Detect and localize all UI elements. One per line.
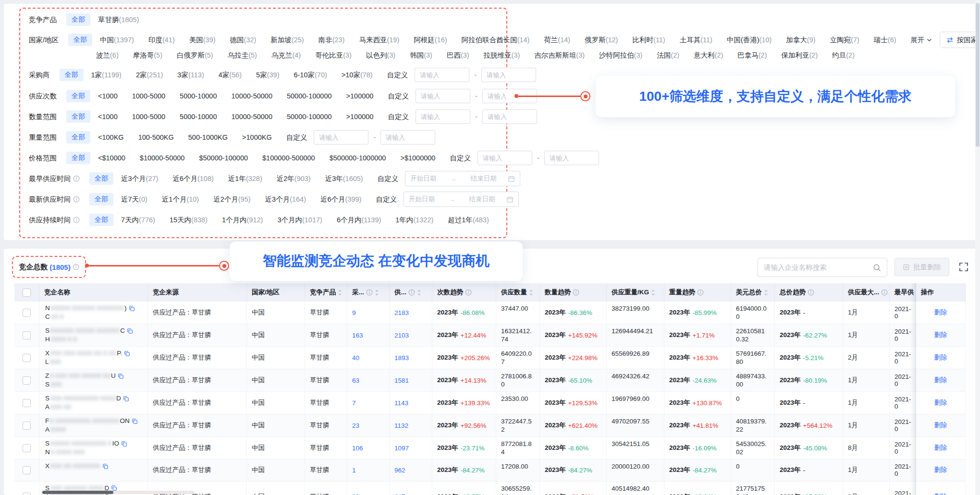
filter-option[interactable]: 拉脱维亚(3)	[484, 51, 520, 60]
buyers-count-link[interactable]: 82	[352, 493, 359, 495]
filter-option[interactable]: 比利时(11)	[632, 36, 665, 45]
select-all-checkbox[interactable]	[23, 289, 31, 297]
filter-all-chip[interactable]: 全部	[89, 214, 113, 226]
filter-option[interactable]: 韩国(3)	[410, 51, 432, 60]
sort-icon[interactable]	[651, 289, 655, 296]
filter-option[interactable]: 俄罗斯(12)	[585, 36, 618, 45]
filter-option[interactable]: >10家(78)	[342, 71, 373, 80]
filter-option[interactable]: 阿根廷(16)	[414, 36, 447, 45]
filter-option[interactable]: 哥伦比亚(3)	[315, 51, 352, 60]
filter-option[interactable]: 土耳其(11)	[680, 36, 712, 45]
filter-option[interactable]: 摩洛哥(5)	[133, 51, 162, 60]
row-checkbox[interactable]	[23, 422, 31, 430]
filter-option[interactable]: 立陶宛(7)	[830, 36, 859, 45]
supply-count-link[interactable]: 1581	[394, 377, 409, 384]
expand-toggle[interactable]: 展开	[911, 36, 932, 45]
table-header-竞争产品[interactable]: 竞争产品	[305, 283, 347, 302]
row-checkbox[interactable]	[23, 399, 31, 407]
copy-icon[interactable]	[127, 328, 133, 334]
filter-option[interactable]: 荷兰(14)	[544, 36, 570, 45]
sort-icon[interactable]	[375, 289, 379, 296]
by-country-button[interactable]: 按国家	[940, 32, 980, 48]
table-header-供应重量/KG[interactable]: 供应重量/KG	[607, 283, 664, 302]
buyers-count-link[interactable]: 23	[352, 422, 359, 429]
filter-option[interactable]: >$1000000	[400, 154, 435, 162]
filter-option[interactable]: 印度(41)	[148, 36, 175, 45]
supply-count-link[interactable]: 2103	[394, 332, 409, 339]
copy-icon[interactable]	[132, 418, 138, 424]
filter-option[interactable]: 10000-50000	[232, 92, 272, 100]
filter-option[interactable]: 乌拉圭(5)	[228, 51, 257, 60]
filter-custom-option[interactable]: 自定义	[286, 133, 307, 142]
vertical-scrollbar-thumb[interactable]	[976, 3, 980, 147]
filter-option[interactable]: 6个月内(1139)	[337, 216, 381, 225]
range-min-input[interactable]	[314, 130, 368, 145]
filter-option[interactable]: 5家(39)	[256, 71, 279, 80]
range-min-input[interactable]	[415, 68, 469, 82]
row-checkbox[interactable]	[23, 493, 31, 495]
filter-custom-option[interactable]: 自定义	[376, 195, 397, 204]
filter-option[interactable]: 近1年(328)	[228, 174, 262, 183]
filter-option[interactable]: 1个月内(912)	[222, 216, 263, 225]
buyers-count-link[interactable]: 7	[352, 399, 356, 407]
delete-link[interactable]: 删除	[934, 353, 947, 362]
filter-option[interactable]: 近2个月(95)	[213, 195, 250, 204]
buyers-count-link[interactable]: 9	[352, 309, 356, 316]
filter-option[interactable]: 南非(23)	[318, 36, 345, 45]
filter-option[interactable]: $50000-100000	[199, 154, 248, 162]
date-range-picker[interactable]: 开始日期→结束日期	[405, 171, 520, 186]
supply-count-link[interactable]: 1893	[394, 354, 409, 362]
filter-option[interactable]: 以色列(3)	[366, 51, 395, 60]
filter-option[interactable]: 加拿大(9)	[786, 36, 815, 45]
copy-icon[interactable]	[121, 441, 127, 447]
delete-link[interactable]: 删除	[934, 308, 947, 317]
filter-option[interactable]: >100000	[346, 113, 374, 121]
date-range-picker[interactable]: 开始日期→结束日期	[404, 192, 519, 207]
supply-count-link[interactable]: 1097	[394, 445, 409, 452]
delete-link[interactable]: 删除	[934, 376, 947, 385]
range-max-input[interactable]	[544, 151, 599, 165]
filter-custom-option[interactable]: 自定义	[387, 71, 408, 80]
filter-option[interactable]: 中国(1397)	[100, 36, 134, 45]
filter-option[interactable]: 吉尔吉斯斯坦(3)	[534, 51, 585, 60]
filter-option[interactable]: 6-10家(70)	[294, 71, 327, 80]
filter-option[interactable]: 近1个月(10)	[162, 195, 199, 204]
filter-option[interactable]: 近6个月(399)	[320, 195, 361, 204]
filter-option[interactable]: <100KG	[98, 133, 124, 141]
row-checkbox[interactable]	[23, 354, 31, 362]
range-min-input[interactable]	[416, 89, 470, 103]
filter-option[interactable]: 3家(113)	[177, 71, 204, 80]
filter-option[interactable]: 3个月内(1017)	[277, 216, 322, 225]
filter-option[interactable]: 近3个月(27)	[121, 174, 158, 183]
filter-option[interactable]: 4家(56)	[219, 71, 242, 80]
table-header-美元总价[interactable]: 美元总价	[731, 283, 775, 302]
buyers-count-link[interactable]: 1	[352, 467, 356, 474]
filter-all-chip[interactable]: 全部	[66, 131, 90, 144]
filter-option[interactable]: 约旦(2)	[832, 51, 855, 60]
supply-count-link[interactable]: 1143	[394, 399, 408, 407]
filter-option[interactable]: 50000-100000	[287, 113, 332, 121]
filter-option[interactable]: 近3个月(164)	[265, 195, 306, 204]
range-min-input[interactable]	[478, 151, 532, 165]
range-max-input[interactable]	[481, 68, 536, 82]
filter-option[interactable]: 中国(香港)(10)	[727, 36, 772, 45]
filter-option[interactable]: >1000KG	[242, 133, 272, 141]
filter-custom-option[interactable]: 自定义	[388, 92, 409, 101]
filter-option[interactable]: 草甘膦(1805)	[98, 15, 139, 24]
filter-custom-option[interactable]: 自定义	[378, 174, 399, 183]
filter-option[interactable]: 100-500KG	[138, 133, 174, 141]
filter-option[interactable]: 10000-50000	[232, 113, 272, 121]
filter-option[interactable]: 5000-10000	[180, 113, 217, 121]
copy-icon[interactable]	[129, 305, 135, 312]
filter-all-chip[interactable]: 全部	[89, 193, 113, 205]
filter-custom-option[interactable]: 自定义	[388, 112, 409, 121]
row-checkbox[interactable]	[23, 331, 31, 339]
range-min-input[interactable]	[416, 109, 470, 124]
filter-option[interactable]: <1000	[98, 113, 118, 121]
row-checkbox[interactable]	[23, 376, 31, 385]
row-checkbox[interactable]	[23, 444, 31, 452]
filter-option[interactable]: 近3年(1605)	[325, 174, 363, 183]
fullscreen-icon[interactable]	[959, 262, 969, 272]
sort-icon[interactable]	[529, 289, 533, 296]
delete-link[interactable]: 删除	[934, 466, 947, 474]
